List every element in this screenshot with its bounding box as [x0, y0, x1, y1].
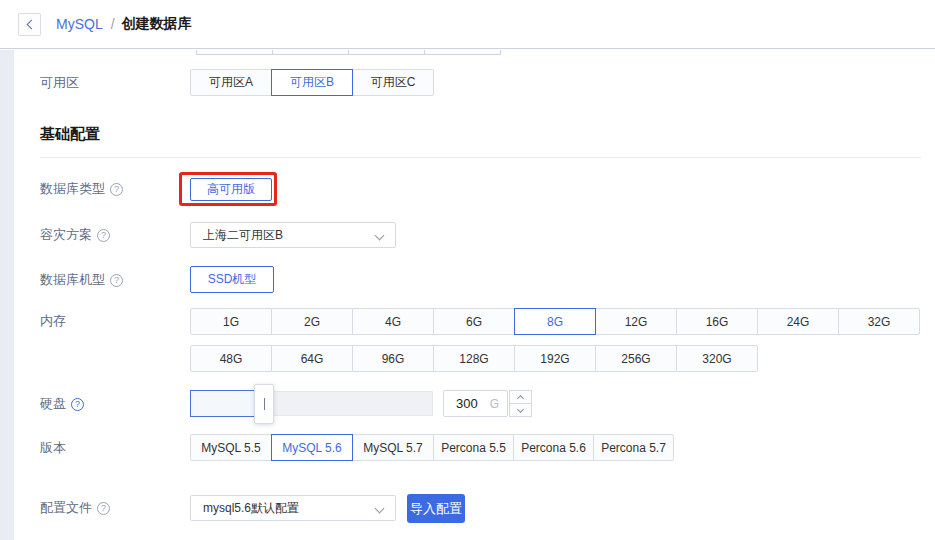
zone-label: 可用区 — [40, 75, 79, 91]
machine-type-option-selected[interactable]: SSD机型 — [190, 266, 274, 293]
page-header: MySQL / 创建数据库 — [0, 0, 935, 49]
version-option[interactable]: Percona 5.5 — [433, 434, 514, 461]
import-config-button[interactable]: 导入配置 — [407, 494, 465, 523]
chevron-up-icon — [517, 394, 524, 401]
help-icon[interactable]: ? — [97, 502, 110, 515]
memory-option[interactable]: 16G — [676, 308, 758, 335]
page-title: 创建数据库 — [122, 15, 192, 33]
chevron-down-icon — [375, 504, 385, 514]
section-divider — [40, 157, 921, 158]
memory-label: 内存 — [40, 313, 66, 329]
disk-size-value: 300 — [456, 396, 490, 411]
stepper-up-button[interactable] — [509, 390, 532, 404]
memory-option[interactable]: 6G — [433, 308, 515, 335]
memory-options-row2: 48G 64G 96G 128G 192G 256G 320G — [190, 345, 758, 372]
form-card — [14, 50, 935, 540]
breadcrumb-separator: / — [111, 16, 115, 32]
disk-label: 硬盘 ? — [40, 396, 84, 412]
disk-slider-filled-track[interactable] — [190, 390, 256, 417]
disk-size-stepper — [509, 390, 532, 417]
memory-option[interactable]: 64G — [271, 345, 353, 372]
memory-option[interactable]: 256G — [595, 345, 677, 372]
config-file-label: 配置文件 ? — [40, 500, 110, 516]
db-type-option-selected[interactable]: 高可用版 — [190, 178, 272, 201]
version-option[interactable]: Percona 5.7 — [593, 434, 674, 461]
memory-option[interactable]: 2G — [271, 308, 353, 335]
slider-grip-icon — [264, 398, 265, 410]
memory-option[interactable]: 128G — [433, 345, 515, 372]
version-option[interactable]: Percona 5.6 — [513, 434, 594, 461]
memory-option[interactable]: 32G — [838, 308, 920, 335]
dr-plan-label: 容灾方案 ? — [40, 227, 110, 243]
memory-option-selected[interactable]: 8G — [514, 308, 596, 335]
memory-option[interactable]: 12G — [595, 308, 677, 335]
disk-size-unit: G — [490, 397, 499, 411]
db-type-label: 数据库类型 ? — [40, 181, 123, 197]
memory-options-row1: 1G 2G 4G 6G 8G 12G 16G 24G 32G — [190, 308, 920, 335]
zone-option[interactable]: 可用区A — [190, 69, 272, 96]
memory-option[interactable]: 1G — [190, 308, 272, 335]
help-icon[interactable]: ? — [110, 183, 123, 196]
chevron-left-icon — [26, 19, 36, 29]
section-title-basic-config: 基础配置 — [40, 125, 100, 144]
help-icon[interactable]: ? — [110, 274, 123, 287]
disk-slider-track[interactable] — [274, 391, 433, 416]
cutoff-option[interactable] — [196, 50, 273, 55]
back-button[interactable] — [18, 13, 41, 36]
zone-options: 可用区A 可用区B 可用区C — [190, 69, 434, 96]
disk-slider-handle[interactable] — [254, 384, 274, 424]
version-option[interactable]: MySQL 5.5 — [190, 434, 272, 461]
chevron-down-icon — [375, 231, 385, 241]
memory-option[interactable]: 96G — [352, 345, 434, 372]
page-background-strip — [0, 50, 14, 540]
cutoff-option[interactable] — [424, 50, 501, 55]
memory-option[interactable]: 4G — [352, 308, 434, 335]
cutoff-option[interactable] — [348, 50, 425, 55]
help-icon[interactable]: ? — [71, 398, 84, 411]
cutoff-option-row — [196, 50, 501, 55]
breadcrumb-product-link[interactable]: MySQL — [56, 16, 103, 32]
memory-option[interactable]: 320G — [676, 345, 758, 372]
config-file-select[interactable]: mysql5.6默认配置 — [190, 495, 396, 521]
dr-plan-select[interactable]: 上海二可用区B — [190, 222, 396, 248]
create-database-page: MySQL / 创建数据库 可用区 可用区A 可用区B 可用区C 基础配置 数据… — [0, 0, 935, 540]
help-icon[interactable]: ? — [97, 229, 110, 242]
memory-option[interactable]: 192G — [514, 345, 596, 372]
zone-option-selected[interactable]: 可用区B — [271, 69, 353, 96]
chevron-down-icon — [517, 405, 524, 412]
disk-size-input[interactable]: 300 G — [443, 390, 508, 417]
memory-option[interactable]: 24G — [757, 308, 839, 335]
memory-option[interactable]: 48G — [190, 345, 272, 372]
version-option[interactable]: MySQL 5.7 — [352, 434, 434, 461]
cutoff-option[interactable] — [272, 50, 349, 55]
version-option-selected[interactable]: MySQL 5.6 — [271, 434, 353, 461]
machine-type-label: 数据库机型 ? — [40, 272, 123, 288]
stepper-down-button[interactable] — [509, 403, 532, 417]
zone-option[interactable]: 可用区C — [352, 69, 434, 96]
version-label: 版本 — [40, 440, 66, 456]
version-options: MySQL 5.5 MySQL 5.6 MySQL 5.7 Percona 5.… — [190, 434, 674, 461]
